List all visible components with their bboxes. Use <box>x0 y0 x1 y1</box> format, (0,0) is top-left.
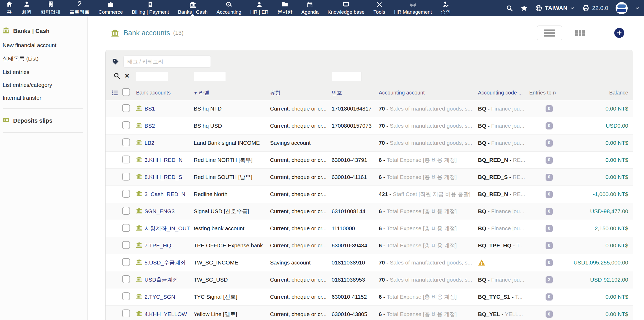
table-row[interactable]: 2.TYC_SGN TYC Signal [신호] Current, chequ… <box>106 288 633 306</box>
row-checkbox[interactable] <box>122 207 130 215</box>
table-row[interactable]: SGN_ENG3 Signal USD [신호수금] Current, cheq… <box>106 203 633 220</box>
label-filter-input[interactable] <box>194 71 226 81</box>
table-row[interactable]: 시험계좌_IN_OUT testing bank account Current… <box>106 220 633 237</box>
bank-account-link[interactable]: SGN_ENG3 <box>144 208 174 214</box>
nav-item-tools[interactable]: Tools <box>369 0 390 16</box>
nav-item-banks-cash[interactable]: Banks | Cash <box>173 0 212 16</box>
bank-account-link[interactable]: 3_Cash_RED_N <box>144 191 185 197</box>
table-row[interactable]: LB2 Land Bank signal INCOME Savings acco… <box>106 134 633 152</box>
page-title[interactable]: Bank accounts <box>123 29 170 37</box>
row-checkbox[interactable] <box>122 275 130 283</box>
chevron-down-icon[interactable] <box>635 6 640 11</box>
tag-icon <box>112 58 119 65</box>
row-checkbox[interactable] <box>122 156 130 163</box>
table-row[interactable]: 3.KHH_RED_N Red Line NORTH [북부] Current,… <box>106 152 633 169</box>
sidebar-item-list-entries[interactable]: List entries <box>3 69 84 75</box>
row-checkbox[interactable] <box>122 138 130 146</box>
col-type[interactable]: 유형 <box>270 89 332 96</box>
nav-item-building[interactable]: 협력업체 <box>36 0 65 16</box>
nav-item-home[interactable]: 홈 <box>2 0 17 16</box>
accounting-account: 70 - Sales of manufactured goods, s... <box>379 259 478 266</box>
row-checkbox[interactable] <box>122 258 130 266</box>
bank-account-link[interactable]: 5.USD_수금계좌 <box>144 259 186 266</box>
nav-item-folder[interactable]: 문서함 <box>273 0 297 16</box>
col-bank-accounts[interactable]: Bank accounts <box>136 90 194 96</box>
bank-account-link[interactable]: 4.KHH_YELLOW <box>144 311 187 317</box>
bank-account-link[interactable]: 8.KHH_RED_S <box>144 174 182 180</box>
nav-item-hr-management[interactable]: HR Management <box>390 0 436 16</box>
add-button[interactable] <box>614 28 624 38</box>
nav-items: 홈 회원 협력업체 프로젝트 Commerce Billing | Paymen… <box>0 0 455 16</box>
row-checkbox[interactable] <box>122 292 130 300</box>
nav-item-user-check[interactable]: 승인 <box>436 0 455 16</box>
language-selector[interactable]: TAIWAN <box>535 4 575 12</box>
sidebar-section: Banks | Cash New financial account상태목록 (… <box>3 27 84 101</box>
nav-item-pickaxe[interactable]: 프로젝트 <box>65 0 94 16</box>
bank-icon <box>136 208 142 215</box>
table-row[interactable]: 7.TPE_HQ TPE OFFICE Expense bank Current… <box>106 237 633 254</box>
clear-filter-icon[interactable]: ✕ <box>124 72 129 79</box>
bank-account-link[interactable]: LB2 <box>144 140 154 146</box>
avatar[interactable] <box>616 2 628 14</box>
col-number[interactable]: 번호 <box>332 89 379 96</box>
select-all-checkbox[interactable] <box>122 88 130 96</box>
grid-view-button[interactable] <box>575 30 585 36</box>
nav-item-commerce[interactable]: Commerce <box>94 0 127 16</box>
row-checkbox[interactable] <box>122 104 130 112</box>
bank-icon <box>136 293 142 301</box>
invoice-icon <box>147 1 154 8</box>
col-accounting-account[interactable]: Accounting account <box>379 90 478 96</box>
bank-account-link[interactable]: 3.KHH_RED_N <box>144 157 183 163</box>
account-type: Current, cheque or cr... <box>270 191 332 197</box>
row-checkbox[interactable] <box>122 173 130 181</box>
table-row[interactable]: 4.KHH_YELLOW Yellow Line [옐로] Current, c… <box>106 306 633 320</box>
row-checkbox[interactable] <box>122 241 130 249</box>
col-label[interactable]: ▼라벨 <box>194 89 270 96</box>
col-entries[interactable]: Entries to rec... <box>529 90 556 96</box>
sidebar-item-list-entries-category[interactable]: List entries/category <box>3 82 84 88</box>
nav-item-knowledge-base[interactable]: Knowledge base <box>323 0 369 16</box>
nav-item-agenda[interactable]: Agenda <box>297 0 323 16</box>
nav-item-accounting[interactable]: $Accounting <box>212 0 246 16</box>
printer-icon <box>582 4 590 12</box>
divider <box>3 132 83 133</box>
row-checkbox[interactable] <box>122 224 130 232</box>
bank-account-link[interactable]: USD출금계좌 <box>144 276 178 283</box>
bank-account-link[interactable]: 7.TPE_HQ <box>144 242 171 249</box>
search-icon[interactable] <box>506 5 513 12</box>
bank-account-link[interactable]: 2.TYC_SGN <box>144 294 175 300</box>
sidebar-section-title-banks-cash[interactable]: Banks | Cash <box>3 27 84 35</box>
col-balance[interactable]: Balance <box>556 90 633 96</box>
table-row[interactable]: 8.KHH_RED_S Red Line SOUTH [남부] Current,… <box>106 169 633 186</box>
bank-icon <box>136 311 142 318</box>
row-checkbox[interactable] <box>122 121 130 129</box>
star-icon[interactable] <box>521 5 528 12</box>
sidebar-item-list[interactable]: 상태목록 (List) <box>3 55 84 62</box>
row-checkbox[interactable] <box>122 190 130 198</box>
col-accounting-code[interactable]: Accounting code ... <box>478 90 529 96</box>
row-checkbox[interactable] <box>122 309 130 317</box>
table-row[interactable]: 3_Cash_RED_N Redline North Current, cheq… <box>106 186 633 203</box>
sidebar-section-title-deposits-slips[interactable]: $Deposits slips <box>3 117 84 125</box>
nav-item-user[interactable]: 회원 <box>17 0 36 16</box>
search-icon[interactable] <box>113 72 120 79</box>
main-content: Bank accounts (13) ✕ <box>88 16 644 320</box>
number-filter-input[interactable] <box>332 71 362 81</box>
tag-filter-input[interactable] <box>123 56 211 68</box>
table-row[interactable]: BS1 BS hq NTD Current, cheque or cr... 1… <box>106 100 633 117</box>
table-row[interactable]: USD출금계좌 TW_SC_USD Current, cheque or cr.… <box>106 271 633 288</box>
bank-account-link[interactable]: 시험계좌_IN_OUT <box>144 225 190 232</box>
bank-account-link[interactable]: BS1 <box>144 106 155 112</box>
nav-item-hr-er[interactable]: HR | ER <box>246 0 273 16</box>
name-filter-input[interactable] <box>136 71 168 81</box>
print-version[interactable]: 22.0.0 <box>582 4 608 12</box>
table-row[interactable]: BS2 BS hq USD Current, cheque or cr... 1… <box>106 117 633 134</box>
accounting-code <box>478 259 529 266</box>
table-row[interactable]: 5.USD_수금계좌 TW_SC_INCOME Savings account … <box>106 254 633 271</box>
sidebar-item-internal-transfer[interactable]: Internal transfer <box>3 95 84 101</box>
bank-icon <box>3 27 9 35</box>
nav-item-billing-payment[interactable]: Billing | Payment <box>127 0 173 16</box>
bank-account-link[interactable]: BS2 <box>144 123 155 129</box>
list-view-button[interactable] <box>537 26 562 40</box>
sidebar-item-new-financial-account[interactable]: New financial account <box>3 42 84 48</box>
